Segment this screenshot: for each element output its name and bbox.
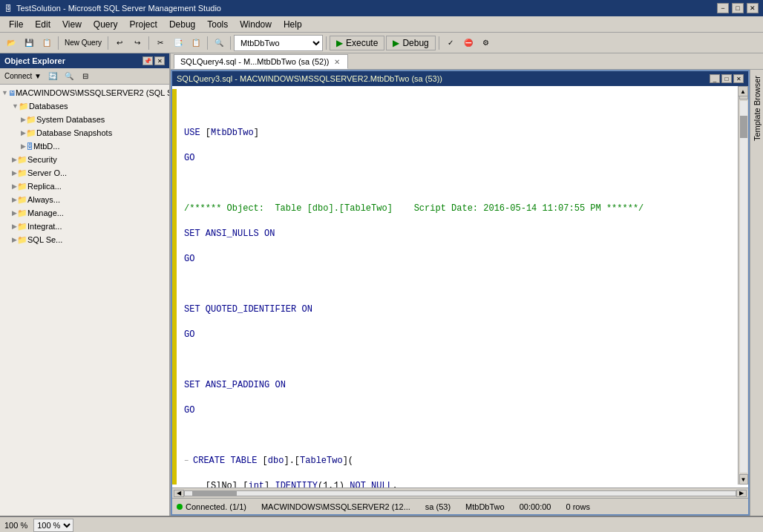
oe-collapse-button[interactable]: ⊟ bbox=[77, 68, 94, 85]
mtbdb-expand-icon: ▶ bbox=[21, 142, 26, 150]
menu-file[interactable]: File bbox=[3, 18, 29, 31]
system-db-label: System Databases bbox=[36, 115, 105, 124]
redo-button[interactable]: ↪ bbox=[129, 35, 145, 51]
sql-window-minimize[interactable]: _ bbox=[710, 74, 720, 83]
mtbdb-label: MtbD... bbox=[33, 142, 59, 151]
menu-window[interactable]: Window bbox=[234, 18, 278, 31]
vertical-scrollbar[interactable]: ▼ ▼ bbox=[738, 89, 748, 485]
tree-item-integration[interactable]: ▶ 📁 Integrat... bbox=[0, 220, 169, 233]
scrollbar-thumb bbox=[740, 116, 747, 138]
undo-button[interactable]: ↩ bbox=[111, 35, 128, 51]
oe-close-button[interactable]: ✕ bbox=[154, 56, 165, 65]
maximize-button[interactable]: □ bbox=[732, 3, 744, 13]
sql-window-restore[interactable]: □ bbox=[721, 74, 732, 83]
scroll-thumb bbox=[192, 491, 237, 496]
scroll-track bbox=[184, 490, 736, 496]
tree-item-system-db[interactable]: ▶ 📁 System Databases bbox=[0, 113, 169, 126]
code-area[interactable]: USE [MtbDbTwo] GO /****** Object: Table … bbox=[177, 89, 738, 485]
server-label: MACWINDOWS\MSSQLSERVER2 (SQL Serv... bbox=[16, 88, 169, 97]
sqlserver-label: SQL Se... bbox=[27, 235, 62, 244]
open-file-button[interactable]: 📂 bbox=[3, 35, 19, 51]
tree-item-server[interactable]: ▼ 🖥 MACWINDOWS\MSSQLSERVER2 (SQL Serv... bbox=[0, 86, 169, 99]
object-explorer-toolbar: Connect ▼ 🔄 🔍 ⊟ bbox=[0, 68, 169, 85]
scroll-up-button[interactable]: ▲ bbox=[738, 86, 748, 96]
toolbar-sep-2 bbox=[108, 36, 108, 50]
menu-tools[interactable]: Tools bbox=[201, 18, 234, 31]
oe-refresh-button[interactable]: 🔄 bbox=[45, 68, 61, 85]
menu-debug[interactable]: Debug bbox=[163, 18, 201, 31]
security-folder-icon: 📁 bbox=[17, 155, 27, 165]
system-db-expand-icon: ▶ bbox=[21, 116, 26, 123]
scrollbar-track bbox=[740, 101, 747, 473]
copy-button[interactable]: 📑 bbox=[170, 35, 186, 51]
databases-label: Databases bbox=[29, 102, 68, 111]
toolbar-sep-4 bbox=[207, 36, 208, 50]
close-button[interactable]: ✕ bbox=[747, 3, 759, 13]
inner-rows-label: 0 rows bbox=[566, 502, 589, 511]
db-snapshots-folder-icon: 📁 bbox=[26, 128, 36, 138]
save-all-button[interactable]: 📋 bbox=[39, 35, 55, 51]
toolbar-sep-1 bbox=[58, 36, 59, 50]
tree-item-management[interactable]: ▶ 📁 Manage... bbox=[0, 206, 169, 220]
minimize-button[interactable]: − bbox=[717, 3, 729, 13]
tree-item-replication[interactable]: ▶ 📁 Replica... bbox=[0, 180, 169, 193]
menu-help[interactable]: Help bbox=[278, 18, 308, 31]
template-browser-label[interactable]: Template Browser bbox=[753, 76, 762, 141]
stop-button[interactable]: ⛔ bbox=[460, 35, 477, 51]
tab-sqlquery4-close[interactable]: ✕ bbox=[334, 58, 340, 66]
tab-sqlquery4[interactable]: SQLQuery4.sql - M...MtbDbTwo (sa (52)) ✕ bbox=[174, 54, 348, 69]
inner-status-connected: Connected. (1/1) bbox=[177, 502, 246, 511]
find-button[interactable]: 🔍 bbox=[211, 35, 227, 51]
parse-button[interactable]: ⚙ bbox=[478, 35, 494, 51]
object-explorer-header: Object Explorer 📌 ✕ bbox=[0, 53, 169, 68]
paste-button[interactable]: 📋 bbox=[188, 35, 204, 51]
sqlserver-expand-icon: ▶ bbox=[12, 236, 17, 243]
execute-button[interactable]: ▶ Execute bbox=[330, 36, 384, 50]
integration-label: Integrat... bbox=[27, 222, 62, 231]
toolbar: 📂 💾 📋 New Query ↩ ↪ ✂ 📑 📋 🔍 MtbDbTwo ▶ E… bbox=[0, 33, 763, 53]
save-button[interactable]: 💾 bbox=[21, 35, 37, 51]
object-explorer: Object Explorer 📌 ✕ Connect ▼ 🔄 🔍 ⊟ ▼ 🖥 … bbox=[0, 53, 171, 516]
debug-button[interactable]: ▶ Debug bbox=[386, 36, 435, 50]
title-bar: 🗄 TestSolution - Microsoft SQL Server Ma… bbox=[0, 0, 763, 16]
menu-edit[interactable]: Edit bbox=[29, 18, 56, 31]
database-dropdown[interactable]: MtbDbTwo bbox=[234, 35, 323, 51]
cut-button[interactable]: ✂ bbox=[152, 35, 168, 51]
query-area: SQLQuery4.sql - M...MtbDbTwo (sa (52)) ✕… bbox=[171, 53, 763, 516]
databases-folder-icon: 📁 bbox=[19, 102, 29, 111]
server-objects-label: Server O... bbox=[27, 168, 67, 177]
tree-item-sqlserver[interactable]: ▶ 📁 SQL Se... bbox=[0, 233, 169, 246]
tree-item-db-snapshots[interactable]: ▶ 📁 Database Snapshots bbox=[0, 126, 169, 139]
tree-item-alwayson[interactable]: ▶ 📁 Always... bbox=[0, 193, 169, 206]
tree-item-mtbdb[interactable]: ▶ 🗄 MtbD... bbox=[0, 139, 169, 153]
scroll-left-button[interactable]: ◀ bbox=[174, 490, 184, 497]
toolbar-sep-3 bbox=[148, 36, 149, 50]
replication-expand-icon: ▶ bbox=[12, 183, 17, 190]
tree-item-databases[interactable]: ▼ 📁 Databases bbox=[0, 99, 169, 113]
sql-window-titlebar: SQLQuery3.sql - MACWINDOWS\MSSQLSERVER2.… bbox=[172, 71, 748, 86]
bottom-zoom-select[interactable]: 100 % bbox=[33, 519, 73, 532]
integration-folder-icon: 📁 bbox=[17, 222, 27, 231]
management-folder-icon: 📁 bbox=[17, 208, 27, 218]
bottom-query-area: 100 % 100 % Connected. (1/1) MACWINDOWS\… bbox=[0, 516, 763, 532]
system-db-folder-icon: 📁 bbox=[26, 115, 36, 125]
horizontal-scrollbar[interactable]: ◀ ▶ bbox=[172, 487, 748, 498]
tab-sqlquery4-label: SQLQuery4.sql - M...MtbDbTwo (sa (52)) bbox=[180, 57, 330, 66]
oe-filter-button[interactable]: 🔍 bbox=[61, 68, 77, 85]
toolbar-sep-6 bbox=[326, 36, 327, 50]
main-layout: Object Explorer 📌 ✕ Connect ▼ 🔄 🔍 ⊟ ▼ 🖥 … bbox=[0, 53, 763, 516]
menu-view[interactable]: View bbox=[56, 18, 88, 31]
scroll-bottom-button[interactable]: ▼ bbox=[739, 474, 748, 485]
oe-pin-button[interactable]: 📌 bbox=[143, 56, 153, 65]
menu-query[interactable]: Query bbox=[88, 18, 124, 31]
new-query-label: New Query bbox=[65, 39, 102, 47]
oe-connect-button[interactable]: Connect ▼ bbox=[1, 68, 45, 85]
tree-item-security[interactable]: ▶ 📁 Security bbox=[0, 153, 169, 166]
tree-item-server-objects[interactable]: ▶ 📁 Server O... bbox=[0, 166, 169, 180]
check-button[interactable]: ✓ bbox=[442, 35, 459, 51]
new-query-button[interactable]: New Query bbox=[62, 35, 105, 51]
inner-status-indicator bbox=[177, 504, 183, 510]
sql-window-close[interactable]: ✕ bbox=[733, 74, 744, 83]
scroll-right-button[interactable]: ▶ bbox=[736, 490, 747, 497]
menu-project[interactable]: Project bbox=[124, 18, 163, 31]
